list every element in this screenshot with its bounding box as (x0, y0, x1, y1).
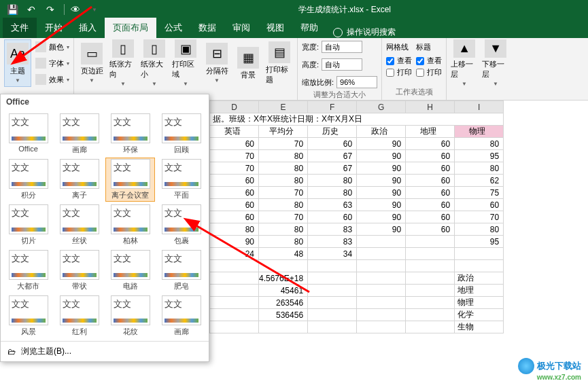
cell[interactable] (406, 260, 455, 272)
redo-icon[interactable]: ↷ (42, 1, 58, 18)
cell[interactable] (357, 297, 406, 309)
cell[interactable] (455, 248, 504, 260)
cell[interactable]: 80 (455, 162, 504, 175)
theme-item[interactable]: 文文Office (3, 112, 53, 156)
cell[interactable]: 60 (406, 162, 455, 175)
col-header[interactable]: H (406, 101, 455, 113)
theme-item[interactable]: 文文离子会议室 (105, 158, 155, 202)
cell[interactable]: 政治 (357, 126, 406, 138)
cell[interactable]: 24 (210, 248, 259, 260)
cell[interactable]: 据。班级：X年X班统计日期：X年X月X日 (210, 113, 504, 126)
theme-item[interactable]: 文文花纹 (105, 294, 155, 338)
cell[interactable]: 60 (308, 138, 357, 150)
cell[interactable]: 63 (308, 199, 357, 211)
theme-item[interactable]: 文文画廊 (54, 112, 104, 156)
cell[interactable] (210, 309, 259, 321)
tab-home[interactable]: 开始 (37, 18, 71, 38)
cell[interactable]: 80 (259, 150, 308, 162)
cell[interactable]: 80 (259, 162, 308, 175)
theme-item[interactable]: 文文画廊 (156, 294, 206, 338)
cell[interactable]: 90 (357, 138, 406, 150)
cell[interactable]: 政治 (455, 272, 504, 285)
cell[interactable] (210, 285, 259, 297)
cell[interactable]: 60 (210, 187, 259, 199)
save-icon[interactable]: 💾 (4, 1, 20, 18)
cell[interactable]: 平均分 (259, 126, 308, 138)
cell[interactable]: 263546 (259, 297, 308, 309)
margins-button[interactable]: ▭页边距▼ (78, 39, 105, 87)
gridlines-view-check[interactable]: 查看 (386, 56, 412, 66)
cell[interactable]: 物理 (455, 126, 504, 138)
theme-item[interactable]: 文文积分 (3, 158, 53, 202)
cell[interactable]: 80 (210, 223, 259, 236)
cell[interactable]: 4.5676E+18 (259, 272, 308, 285)
cell[interactable]: 67 (308, 162, 357, 175)
cell[interactable] (308, 272, 357, 285)
orientation-button[interactable]: ▯纸张方向▼ (109, 39, 137, 87)
tab-view[interactable]: 视图 (258, 18, 292, 38)
cell[interactable] (455, 260, 504, 272)
col-header[interactable]: D (210, 101, 259, 113)
cell[interactable] (406, 272, 455, 285)
cell[interactable]: 80 (259, 223, 308, 236)
cell[interactable]: 536456 (259, 309, 308, 321)
cell[interactable] (406, 297, 455, 309)
cell[interactable] (406, 248, 455, 260)
theme-item[interactable]: 文文丝状 (54, 203, 104, 247)
tab-data[interactable]: 数据 (190, 18, 224, 38)
tab-file[interactable]: 文件 (3, 18, 37, 38)
cell[interactable]: 60 (210, 175, 259, 187)
background-button[interactable]: ▦背景 (235, 39, 262, 87)
theme-item[interactable]: 文文大都市 (3, 249, 53, 293)
col-header[interactable]: I (455, 101, 504, 113)
cell[interactable]: 45461 (259, 285, 308, 297)
col-header[interactable]: E (259, 101, 308, 113)
theme-item[interactable]: 文文平面 (156, 158, 206, 202)
cell[interactable]: 83 (308, 236, 357, 248)
cell[interactable] (357, 321, 406, 333)
cell[interactable]: 62 (455, 175, 504, 187)
cell[interactable]: 48 (259, 248, 308, 260)
theme-item[interactable]: 文文风景 (3, 294, 53, 338)
cell[interactable] (357, 236, 406, 248)
theme-item[interactable]: 文文红利 (54, 294, 104, 338)
cell[interactable]: 60 (406, 138, 455, 150)
cell[interactable] (308, 297, 357, 309)
cell[interactable]: 80 (259, 175, 308, 187)
grid[interactable]: DEFGHI据。班级：X年X班统计日期：X年X月X日英语平均分历史政治地理物理6… (209, 101, 504, 333)
cell[interactable]: 95 (455, 150, 504, 162)
cell[interactable]: 60 (308, 211, 357, 223)
qat-dropdown-icon[interactable]: ▼ (86, 1, 103, 18)
cell[interactable]: 95 (455, 236, 504, 248)
cell[interactable] (308, 309, 357, 321)
cell[interactable] (357, 260, 406, 272)
cell[interactable] (406, 321, 455, 333)
browse-themes-button[interactable]: 🗁 浏览主题(B)... (1, 341, 209, 361)
cell[interactable] (406, 285, 455, 297)
tab-help[interactable]: 帮助 (292, 18, 326, 38)
cell[interactable]: 80 (259, 199, 308, 211)
theme-item[interactable]: 文文柏林 (105, 203, 155, 247)
cell[interactable]: 80 (308, 187, 357, 199)
cell[interactable]: 物理 (455, 297, 504, 309)
scale-input[interactable]: 96% (336, 76, 377, 88)
col-header[interactable]: F (308, 101, 357, 113)
cell[interactable]: 70 (210, 162, 259, 175)
gridlines-print-check[interactable]: 打印 (386, 67, 412, 77)
cell[interactable]: 80 (259, 236, 308, 248)
cell[interactable]: 70 (259, 211, 308, 223)
cell[interactable]: 60 (210, 138, 259, 150)
theme-item[interactable]: 文文肥皂 (156, 249, 206, 293)
cell[interactable]: 60 (406, 175, 455, 187)
breaks-button[interactable]: ⊟分隔符▼ (203, 39, 230, 87)
cell[interactable]: 化学 (455, 309, 504, 321)
tab-formulas[interactable]: 公式 (156, 18, 190, 38)
cell[interactable]: 80 (455, 223, 504, 236)
cell[interactable]: 70 (259, 138, 308, 150)
col-header[interactable]: G (357, 101, 406, 113)
theme-item[interactable]: 文文离子 (54, 158, 104, 202)
cell[interactable]: 67 (308, 150, 357, 162)
cell[interactable]: 75 (455, 187, 504, 199)
theme-item[interactable]: 文文切片 (3, 203, 53, 247)
themes-button[interactable]: Aa 主题 ▼ (4, 39, 31, 87)
